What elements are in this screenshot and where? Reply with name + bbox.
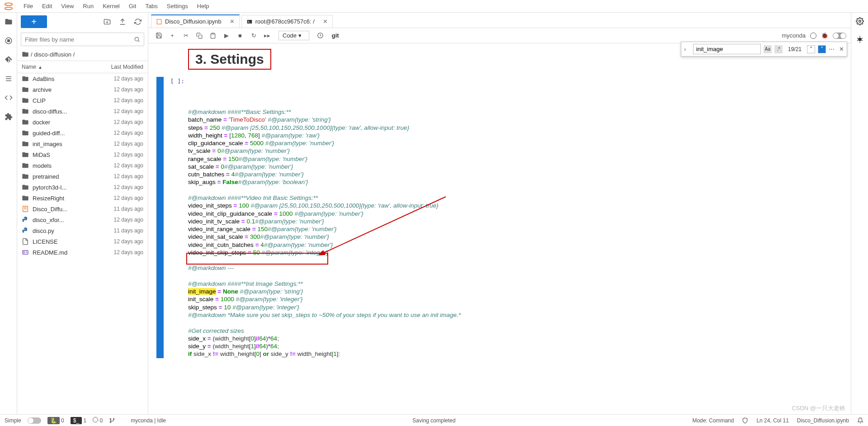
file-item[interactable]: disco-diffus...12 days ago bbox=[17, 106, 148, 117]
case-sensitive-icon[interactable]: Aa bbox=[764, 45, 772, 53]
new-folder-icon[interactable] bbox=[101, 15, 113, 28]
notification-icon[interactable] bbox=[857, 417, 863, 424]
file-modified: 12 days ago bbox=[89, 108, 143, 114]
simple-toggle-label[interactable]: Simple bbox=[5, 417, 21, 424]
add-cell-icon[interactable]: + bbox=[166, 30, 178, 42]
file-list: AdaBins12 days agoarchive12 days agoCLIP… bbox=[17, 73, 148, 414]
breadcrumb[interactable]: / disco-diffusion / bbox=[17, 48, 148, 61]
watermark: CSDN @一只大老铁 bbox=[792, 404, 845, 412]
file-type-icon bbox=[22, 75, 30, 82]
run-icon[interactable]: ▶ bbox=[221, 30, 232, 42]
svg-rect-20 bbox=[198, 35, 202, 38]
more-options-icon[interactable]: ⋯ bbox=[829, 46, 835, 52]
search-icon bbox=[134, 36, 140, 43]
new-launcher-button[interactable]: + bbox=[21, 15, 47, 28]
debug-panel-icon[interactable] bbox=[856, 35, 864, 43]
property-inspector-icon[interactable] bbox=[856, 17, 864, 25]
file-item[interactable]: Disco_Diffu...11 days ago bbox=[17, 204, 148, 214]
git-branch-icon[interactable] bbox=[109, 417, 115, 424]
paste-icon[interactable] bbox=[207, 30, 219, 42]
upload-icon[interactable] bbox=[116, 15, 129, 28]
col-name[interactable]: Name bbox=[22, 64, 36, 70]
simple-toggle[interactable] bbox=[28, 417, 41, 424]
filter-input[interactable] bbox=[25, 36, 134, 43]
file-modified: 12 days ago bbox=[89, 184, 143, 190]
celltype-select[interactable]: Code ▾ bbox=[278, 31, 309, 40]
menu-kernel[interactable]: Kernel bbox=[98, 3, 124, 9]
file-name: AdaBins bbox=[33, 76, 89, 82]
tab[interactable]: $_root@678cc96757c6: /✕ bbox=[241, 15, 333, 28]
file-item[interactable]: ResizeRight12 days ago bbox=[17, 193, 148, 204]
find-input[interactable] bbox=[693, 44, 761, 54]
regex-icon[interactable]: .* bbox=[774, 45, 783, 53]
svg-point-25 bbox=[858, 38, 862, 41]
menu-edit[interactable]: Edit bbox=[38, 3, 57, 9]
file-item[interactable]: LICENSE12 days ago bbox=[17, 236, 148, 247]
code-cell[interactable]: [ ]: #@markdown ####**Basic Settings:**b… bbox=[156, 77, 843, 358]
file-header: Name ▲ Last Modified bbox=[17, 61, 148, 73]
save-status: Saving completed bbox=[412, 417, 455, 424]
file-item[interactable]: disco_xfor...12 days ago bbox=[17, 214, 148, 225]
git-label[interactable]: git bbox=[332, 32, 339, 39]
menu-git[interactable]: Git bbox=[124, 3, 141, 9]
filter-box[interactable] bbox=[21, 33, 144, 46]
file-item[interactable]: README.md12 days ago bbox=[17, 247, 148, 258]
file-modified: 12 days ago bbox=[89, 195, 143, 201]
save-icon[interactable] bbox=[153, 30, 165, 42]
menubar: FileEditViewRunKernelGitTabsSettingsHelp bbox=[0, 0, 868, 13]
menu-settings[interactable]: Settings bbox=[162, 3, 193, 9]
notebook-trust-icon[interactable] bbox=[742, 417, 748, 424]
toggle-switch[interactable] bbox=[833, 33, 846, 39]
close-tab-icon[interactable]: ✕ bbox=[230, 18, 235, 25]
file-item[interactable]: AdaBins12 days ago bbox=[17, 73, 148, 84]
restart-icon[interactable]: ↻ bbox=[248, 30, 259, 42]
svg-rect-21 bbox=[212, 33, 214, 34]
menu-run[interactable]: Run bbox=[78, 3, 98, 9]
file-item[interactable]: MiDaS12 days ago bbox=[17, 149, 148, 160]
file-item[interactable]: models12 days ago bbox=[17, 160, 148, 171]
svg-line-29 bbox=[861, 38, 862, 39]
running-icon[interactable] bbox=[4, 36, 13, 45]
prev-match-icon[interactable]: ˄ bbox=[807, 45, 815, 53]
git-icon[interactable] bbox=[4, 55, 13, 64]
file-item[interactable]: pytorch3d-l...12 days ago bbox=[17, 182, 148, 193]
extension-icon[interactable] bbox=[4, 112, 13, 121]
file-item[interactable]: disco.py11 days ago bbox=[17, 225, 148, 236]
file-modified: 12 days ago bbox=[89, 97, 143, 104]
next-match-icon[interactable]: ˅ bbox=[818, 45, 826, 53]
menu-file[interactable]: File bbox=[19, 3, 38, 9]
folder-icon[interactable] bbox=[4, 17, 13, 26]
cut-icon[interactable]: ✂ bbox=[180, 30, 192, 42]
file-item[interactable]: CLIP12 days ago bbox=[17, 95, 148, 106]
file-name: pytorch3d-l... bbox=[33, 184, 89, 191]
debug-icon[interactable]: 🐞 bbox=[821, 32, 828, 39]
run-all-icon[interactable]: ▸▸ bbox=[261, 30, 273, 42]
close-find-icon[interactable]: ✕ bbox=[839, 46, 844, 52]
left-activity-bar bbox=[0, 13, 17, 414]
menu-tabs[interactable]: Tabs bbox=[141, 3, 162, 9]
stop-icon[interactable]: ■ bbox=[234, 30, 246, 42]
file-item[interactable]: pretrained12 days ago bbox=[17, 171, 148, 182]
toc-icon[interactable] bbox=[4, 74, 13, 83]
file-modified: 12 days ago bbox=[89, 173, 143, 180]
file-item[interactable]: guided-diff...12 days ago bbox=[17, 128, 148, 138]
refresh-icon[interactable] bbox=[132, 15, 144, 28]
code-editor[interactable]: #@markdown ####**Basic Settings:**batch_… bbox=[188, 77, 843, 358]
file-name: README.md bbox=[33, 249, 89, 256]
menu-help[interactable]: Help bbox=[193, 3, 214, 9]
notebook-body[interactable]: 3. Settings [ ]: #@markdown ####**Basic … bbox=[148, 43, 851, 414]
kernel-status[interactable]: myconda | Idle bbox=[131, 417, 166, 424]
copy-icon[interactable] bbox=[193, 30, 205, 42]
file-item[interactable]: archive12 days ago bbox=[17, 84, 148, 95]
code-icon[interactable] bbox=[4, 93, 13, 102]
kernel-name[interactable]: myconda bbox=[782, 32, 806, 39]
tab[interactable]: Disco_Diffusion.ipynb✕ bbox=[151, 14, 240, 28]
file-item[interactable]: init_images12 days ago bbox=[17, 138, 148, 149]
clock-icon[interactable] bbox=[315, 30, 326, 42]
expand-replace-icon[interactable]: › bbox=[684, 46, 690, 52]
menu-view[interactable]: View bbox=[57, 3, 78, 9]
file-item[interactable]: docker12 days ago bbox=[17, 117, 148, 128]
col-modified[interactable]: Last Modified bbox=[89, 61, 148, 73]
kernel-indicator-icon[interactable] bbox=[810, 33, 816, 39]
close-tab-icon[interactable]: ✕ bbox=[323, 18, 328, 25]
